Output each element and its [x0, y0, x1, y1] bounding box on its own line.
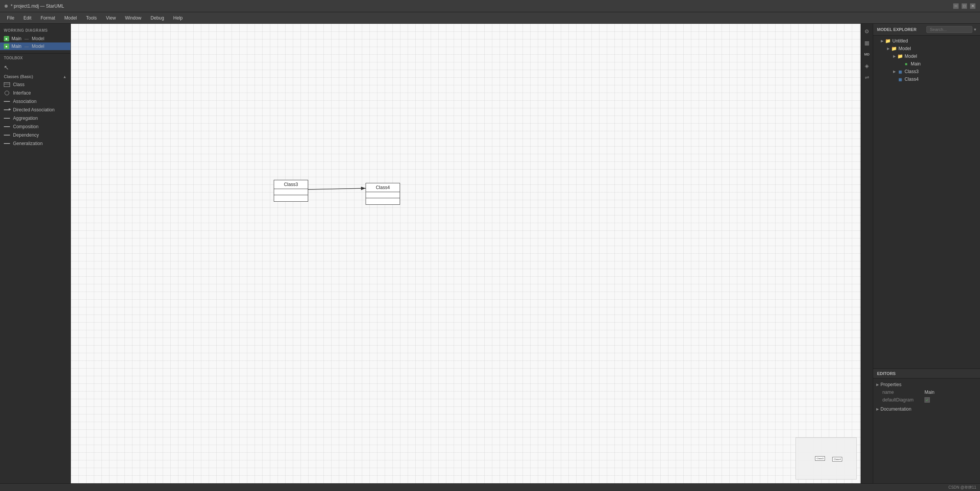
right-toolbar: ⚙ ▦ MD ◈ ⇌: [861, 24, 873, 483]
menu-file[interactable]: File: [3, 14, 18, 22]
statusbar: CSDN @举牌11: [0, 483, 980, 491]
tree-node-model1[interactable]: ▶ 📁 Model: [873, 45, 980, 52]
tree-expand-untitled: ▶: [879, 38, 885, 44]
tree-node-model2[interactable]: ▶ 📁 Model: [873, 52, 980, 60]
diagram-model-0: Model: [32, 36, 44, 41]
toolbox-title: TOOLBOX: [4, 56, 23, 60]
toolbox-item-composition[interactable]: Composition: [0, 122, 70, 131]
me-controls: ▾: [926, 26, 976, 33]
class-tool-icon: [4, 82, 10, 87]
minimize-button[interactable]: ─: [953, 3, 959, 9]
canvas-area[interactable]: Class3 Class4 Class3 Class4: [71, 24, 861, 483]
window-controls: ─ □ ✕: [953, 3, 975, 9]
menubar: File Edit Format Model Tools View Window…: [0, 12, 980, 24]
class4-attrs: [366, 192, 400, 198]
diagram-icon-0: ■: [4, 36, 9, 41]
menu-debug[interactable]: Debug: [147, 14, 168, 22]
prop-section-header-documentation[interactable]: ▶ Documentation: [873, 405, 980, 413]
me-search-btn[interactable]: ▾: [974, 27, 976, 32]
me-tree: ▶ 📁 Untitled ▶ 📁 Model ▶: [873, 36, 980, 369]
minimap-class4: Class4: [832, 457, 842, 462]
minimap-class3: Class3: [815, 456, 825, 461]
tree-node-class3[interactable]: ▶ ▦ Class3: [873, 68, 980, 75]
toolbox-item-dependency[interactable]: Dependency: [0, 131, 70, 139]
tree-expand-model2: ▶: [892, 54, 897, 59]
prop-defaultdiagram-label: defaultDiagram: [882, 397, 924, 403]
rt-grid-btn[interactable]: ▦: [862, 38, 872, 47]
toolbox-association-label: Association: [13, 99, 36, 104]
interface-tool-icon: [4, 91, 10, 95]
rt-puzzle-btn[interactable]: ⚙: [862, 27, 872, 36]
prop-chevron-documentation: ▶: [876, 407, 879, 411]
menu-view[interactable]: View: [102, 14, 120, 22]
diagram-item-1[interactable]: ■ Main — Model: [0, 42, 70, 50]
tree-icon-model1: 📁: [891, 46, 897, 52]
prop-name-label: name: [882, 390, 924, 395]
tree-icon-untitled: 📁: [885, 38, 891, 44]
toolbox-item-aggregation[interactable]: Aggregation: [0, 114, 70, 122]
me-header: MODEL EXPLORER ▾: [873, 24, 980, 36]
prop-section-header-properties[interactable]: ▶ Properties: [873, 381, 980, 388]
menu-window[interactable]: Window: [121, 14, 145, 22]
rt-share-btn[interactable]: ⇌: [862, 73, 872, 82]
diagram-sep-1: —: [24, 44, 29, 49]
working-diagrams-header: WORKING DIAGRAMS: [0, 27, 70, 35]
svg-line-1: [308, 188, 366, 189]
tree-node-main[interactable]: ■ Main: [873, 60, 980, 68]
toolbox-aggregation-label: Aggregation: [13, 116, 38, 121]
tree-node-untitled[interactable]: ▶ 📁 Untitled: [873, 37, 980, 45]
toolbox-item-association[interactable]: Association: [0, 97, 70, 106]
toolbox: TOOLBOX ↖ Classes (Basic) ▲ Class Interf…: [0, 54, 70, 483]
editors-header: EDITORS: [873, 369, 980, 378]
toolbox-item-generalization[interactable]: Generalization: [0, 139, 70, 148]
close-button[interactable]: ✕: [970, 3, 975, 9]
diagram-item-0[interactable]: ■ Main — Model: [0, 35, 70, 42]
class4-name: Class4: [366, 183, 400, 192]
app-dot-icon: [5, 5, 8, 8]
composition-tool-icon: [4, 126, 10, 127]
rt-md-btn[interactable]: MD: [862, 50, 872, 59]
rt-diamond-btn[interactable]: ◈: [862, 61, 872, 70]
tree-label-model1: Model: [898, 46, 911, 51]
toolbox-item-interface[interactable]: Interface: [0, 89, 70, 97]
maximize-button[interactable]: □: [962, 3, 967, 9]
classes-collapse-btn[interactable]: ▲: [63, 75, 67, 79]
prop-row-defaultdiagram: defaultDiagram ✓: [873, 396, 980, 404]
tree-label-untitled: Untitled: [892, 38, 908, 44]
tree-node-class4[interactable]: ▦ Class4: [873, 75, 980, 83]
toolbox-item-class[interactable]: Class: [0, 80, 70, 89]
toolbox-cursor[interactable]: ↖: [0, 62, 70, 73]
class4-box[interactable]: Class4: [366, 183, 400, 205]
menu-format[interactable]: Format: [37, 14, 59, 22]
class4-methods: [366, 198, 400, 204]
toolbox-item-directed-association[interactable]: Directed Association: [0, 106, 70, 114]
editors-panel: EDITORS ▶ Properties name Main def: [873, 369, 980, 483]
left-panel: WORKING DIAGRAMS ■ Main — Model ■ Main —…: [0, 24, 71, 483]
right-side: ⚙ ▦ MD ◈ ⇌ MODEL EXPLORER ▾: [861, 24, 980, 483]
minimap: Class3 Class4: [795, 437, 857, 480]
tree-expand-class3: ▶: [892, 69, 897, 74]
dependency-tool-icon: [4, 135, 10, 135]
titlebar: * project1.mdj — StarUML ─ □ ✕: [0, 0, 980, 12]
toolbox-interface-label: Interface: [13, 90, 31, 96]
toolbox-composition-label: Composition: [13, 124, 39, 129]
prop-defaultdiagram-checkbox[interactable]: ✓: [924, 397, 930, 403]
tree-icon-model2: 📁: [897, 53, 903, 59]
diagram-label-1: Main: [11, 44, 21, 49]
tree-label-class3: Class3: [905, 69, 919, 74]
me-search-input[interactable]: [926, 26, 972, 33]
canvas[interactable]: Class3 Class4 Class3 Class4: [71, 24, 861, 483]
prop-chevron-properties: ▶: [876, 383, 879, 387]
toolbox-dependency-label: Dependency: [13, 132, 39, 138]
menu-model[interactable]: Model: [60, 14, 81, 22]
titlebar-title: * project1.mdj — StarUML: [11, 3, 64, 9]
menu-edit[interactable]: Edit: [20, 14, 35, 22]
menu-tools[interactable]: Tools: [82, 14, 101, 22]
tree-expand-model1: ▶: [885, 46, 891, 51]
class3-box[interactable]: Class3: [274, 180, 308, 202]
right-panel: MODEL EXPLORER ▾ ▶ 📁 Untitled: [873, 24, 980, 483]
menu-help[interactable]: Help: [170, 14, 187, 22]
directed-association-tool-icon: [4, 109, 10, 110]
toolbox-directed-association-label: Directed Association: [13, 107, 55, 113]
tree-label-main: Main: [911, 61, 921, 67]
